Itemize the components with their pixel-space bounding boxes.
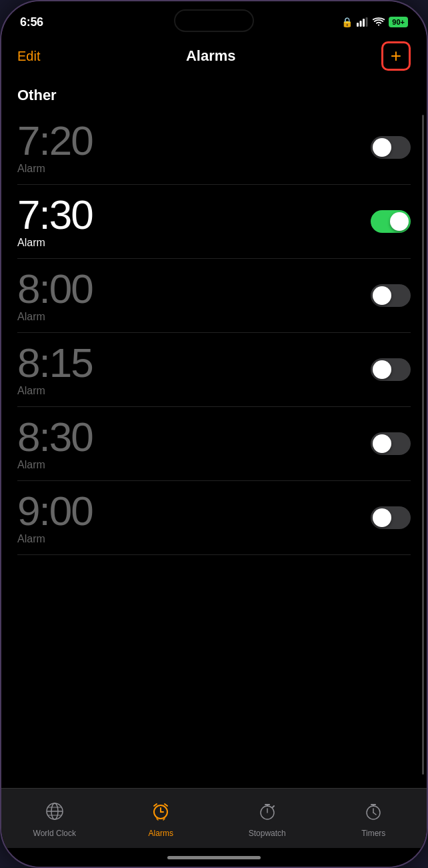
nav-bar: Edit Alarms + (1, 37, 427, 75)
alarms-content: Other 7:20 AM Alarm 7:30 (1, 75, 427, 788)
tab-stopwatch[interactable]: Stopwatch (214, 801, 321, 838)
world-clock-label: World Clock (33, 829, 76, 838)
svg-rect-3 (366, 17, 368, 27)
battery-badge: 90+ (389, 17, 408, 27)
alarm-time-row: 7:20 AM (17, 120, 123, 161)
home-indicator (1, 848, 427, 867)
alarm-time: 9:00 (17, 490, 93, 532)
alarm-label: Alarm (17, 459, 123, 471)
svg-line-12 (154, 804, 157, 806)
svg-line-14 (157, 819, 158, 820)
page-title: Alarms (186, 47, 236, 65)
alarm-toggle[interactable] (371, 358, 411, 381)
alarm-ampm: AM (95, 286, 123, 308)
alarm-info: 8:00 AM Alarm (17, 268, 123, 323)
alarm-ampm: AM (95, 360, 123, 382)
alarm-time: 8:30 (17, 416, 93, 458)
alarm-label: Alarm (17, 163, 123, 175)
alarm-label: Alarm (17, 385, 123, 397)
alarm-label: Alarm (17, 237, 123, 249)
alarm-ampm: AM (95, 508, 123, 530)
alarm-toggle[interactable] (371, 506, 411, 529)
alarm-info: 8:15 AM Alarm (17, 342, 123, 397)
section-header: Other (17, 75, 411, 111)
svg-line-20 (273, 806, 274, 807)
alarm-toggle[interactable] (371, 136, 411, 159)
phone-frame: 6:56 🔒 90+ Edit A (0, 0, 428, 868)
tab-alarms[interactable]: Alarms (108, 801, 215, 838)
alarm-ampm: AM (95, 212, 123, 234)
alarm-time-row: 9:00 AM (17, 490, 123, 532)
svg-rect-2 (363, 19, 365, 27)
alarm-toggle[interactable] (371, 284, 411, 307)
tab-timers[interactable]: Timers (321, 801, 427, 838)
signal-icon (357, 17, 369, 27)
alarm-time: 7:20 (17, 120, 93, 161)
alarm-time-row: 7:30 AM (17, 194, 123, 236)
alarm-toggle[interactable] (371, 432, 411, 455)
alarm-info: 8:30 AM Alarm (17, 416, 123, 471)
alarm-ampm: AM (95, 138, 123, 159)
alarm-time: 7:30 (17, 194, 93, 236)
alarm-time-row: 8:15 AM (17, 342, 123, 384)
alarm-item[interactable]: 8:00 AM Alarm (17, 259, 411, 333)
home-indicator-bar (167, 856, 261, 859)
tab-world-clock[interactable]: World Clock (1, 801, 108, 838)
svg-line-23 (373, 813, 376, 815)
alarm-item[interactable]: 8:15 AM Alarm (17, 333, 411, 407)
toggle-knob (373, 434, 391, 453)
dynamic-island (174, 9, 254, 32)
alarm-time: 8:15 (17, 342, 93, 384)
toggle-knob (373, 508, 391, 527)
toggle-knob (373, 138, 391, 157)
alarm-time-row: 8:30 AM (17, 416, 123, 458)
phone-screen: 6:56 🔒 90+ Edit A (1, 1, 427, 867)
status-time: 6:56 (20, 15, 43, 29)
lock-icon: 🔒 (341, 17, 353, 27)
alarms-icon (151, 801, 171, 826)
edit-button[interactable]: Edit (17, 49, 40, 64)
scroll-indicator (422, 115, 424, 775)
alarm-label: Alarm (17, 311, 123, 323)
alarm-label: Alarm (17, 533, 123, 545)
stopwatch-label: Stopwatch (249, 829, 286, 838)
tab-bar: World Clock Alarms (1, 788, 427, 848)
timers-icon (363, 801, 383, 826)
alarm-item[interactable]: 7:20 AM Alarm (17, 111, 411, 185)
alarms-label: Alarms (149, 829, 173, 838)
svg-line-15 (163, 819, 165, 820)
alarm-time-row: 8:00 AM (17, 268, 123, 310)
wifi-icon (373, 17, 385, 27)
alarm-item[interactable]: 9:00 AM Alarm (17, 481, 411, 555)
alarm-time: 8:00 (17, 268, 93, 310)
svg-rect-0 (357, 23, 359, 27)
stopwatch-icon (257, 801, 277, 826)
alarm-item[interactable]: 8:30 AM Alarm (17, 407, 411, 481)
toggle-knob (373, 360, 391, 379)
alarm-info: 7:30 AM Alarm (17, 194, 123, 249)
add-alarm-button[interactable]: + (381, 41, 411, 71)
world-clock-icon (45, 801, 65, 826)
alarm-info: 9:00 AM Alarm (17, 490, 123, 545)
svg-rect-1 (360, 21, 362, 27)
toggle-knob (373, 286, 391, 305)
svg-line-13 (165, 804, 167, 806)
alarm-item[interactable]: 7:30 AM Alarm (17, 185, 411, 259)
status-icons: 🔒 90+ (341, 17, 408, 27)
toggle-knob (390, 212, 409, 231)
alarm-ampm: AM (95, 434, 123, 456)
alarm-toggle[interactable] (371, 210, 411, 233)
timers-label: Timers (361, 829, 385, 838)
alarm-info: 7:20 AM Alarm (17, 120, 123, 175)
